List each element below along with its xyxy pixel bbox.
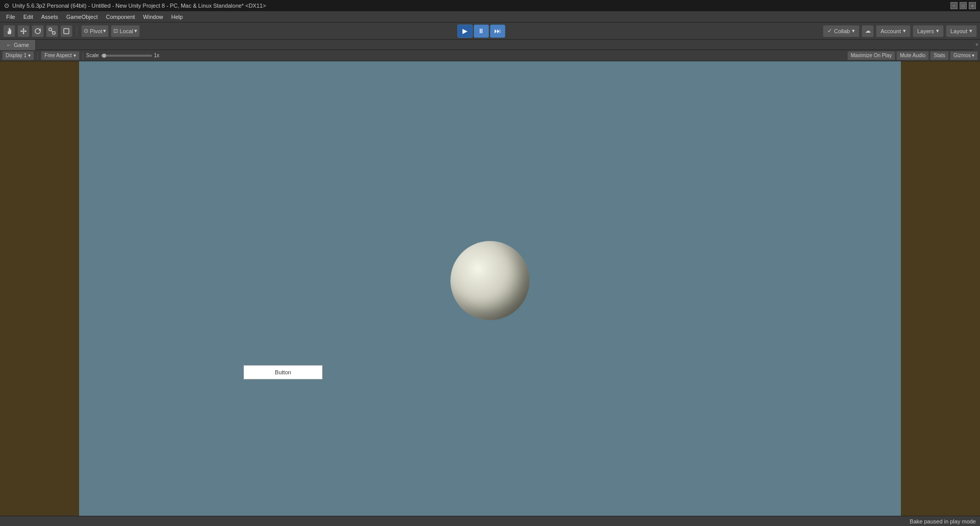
layout-dropdown-icon: ▾ <box>969 28 972 34</box>
toolbar-separator-1 <box>77 26 77 36</box>
svg-point-6 <box>35 29 40 34</box>
right-side-panel <box>901 61 980 516</box>
account-dropdown-icon: ▾ <box>903 28 906 34</box>
pivot-button[interactable]: ⊙ Pivot ▾ <box>81 25 109 37</box>
pivot-icon: ⊙ <box>84 28 88 34</box>
scale-label: Scale <box>86 53 99 58</box>
svg-rect-8 <box>53 32 55 34</box>
svg-rect-7 <box>49 28 52 31</box>
pause-button[interactable]: ⏸ <box>474 25 489 38</box>
rect-tool-button[interactable] <box>60 25 72 37</box>
display-dropdown[interactable]: Display 1 ▾ <box>2 51 34 60</box>
game-viewport: Button <box>0 61 980 516</box>
maximize-on-play-btn[interactable]: Maximize On Play <box>847 51 896 60</box>
panel-menu-icon[interactable]: ≡ <box>974 40 980 50</box>
local-button[interactable]: ⊡ Local ▾ <box>111 25 139 37</box>
unity-icon: ⊙ <box>4 2 9 9</box>
rotate-tool-button[interactable] <box>32 25 44 37</box>
move-tool-button[interactable] <box>17 25 30 37</box>
play-controls: ▶ ⏸ ⏭ <box>457 25 505 38</box>
minimize-button[interactable]: − <box>950 2 958 9</box>
game-ui-button[interactable]: Button <box>243 365 323 379</box>
menu-window[interactable]: Window <box>139 13 167 21</box>
toolbar: ⊙ Pivot ▾ ⊡ Local ▾ ▶ ⏸ ⏭ ✓ Collab ▾ ☁ <box>0 22 980 40</box>
sphere-container <box>451 241 530 320</box>
step-icon: ⏭ <box>494 27 501 35</box>
main-area: ← Game ≡ Display 1 ▾ Free Aspect ▾ Scale <box>0 40 980 516</box>
svg-marker-3 <box>22 33 24 34</box>
scale-tool-button[interactable] <box>46 25 58 37</box>
aspect-dropdown-icon: ▾ <box>74 53 76 58</box>
cloud-button[interactable]: ☁ <box>862 25 874 37</box>
gt-separator-2 <box>83 52 83 59</box>
menu-file[interactable]: File <box>2 13 19 21</box>
collab-check-icon: ✓ <box>827 28 832 34</box>
stats-btn[interactable]: Stats <box>930 51 949 60</box>
play-icon: ▶ <box>462 27 468 35</box>
svg-rect-10 <box>64 29 69 34</box>
menu-bar: File Edit Assets GameObject Component Wi… <box>0 11 980 22</box>
right-toolbar: ✓ Collab ▾ ☁ Account ▾ Layers ▾ Layout ▾ <box>823 25 977 37</box>
bake-status-text: Bake paused in play mode <box>910 518 976 524</box>
menu-edit[interactable]: Edit <box>19 13 37 21</box>
svg-line-9 <box>52 31 53 32</box>
play-button[interactable]: ▶ <box>457 25 473 38</box>
game-tab[interactable]: ← Game <box>0 40 36 50</box>
cloud-icon: ☁ <box>865 28 871 34</box>
scale-area: Scale 1x <box>86 53 160 58</box>
menu-gameobject[interactable]: GameObject <box>62 13 102 21</box>
gt-separator-1 <box>37 52 38 59</box>
window-controls: − □ × <box>950 2 976 9</box>
game-toolbar: Display 1 ▾ Free Aspect ▾ Scale 1x Maxim… <box>0 50 980 61</box>
game-tab-icon: ← <box>6 42 12 48</box>
account-button[interactable]: Account ▾ <box>876 25 911 37</box>
game-panel: ← Game ≡ Display 1 ▾ Free Aspect ▾ Scale <box>0 40 980 516</box>
close-button[interactable]: × <box>969 2 976 9</box>
left-side-panel <box>0 61 79 516</box>
title-bar: ⊙ Unity 5.6.3p2 Personal (64bit) - Untit… <box>0 0 980 11</box>
aspect-dropdown[interactable]: Free Aspect ▾ <box>41 51 79 60</box>
svg-marker-5 <box>25 30 27 32</box>
layout-button[interactable]: Layout ▾ <box>946 25 977 37</box>
scale-slider-thumb <box>102 54 106 58</box>
right-toolbar-btns: Maximize On Play Mute Audio Stats Gizmos… <box>847 51 978 60</box>
game-tab-label: Game <box>14 42 29 48</box>
status-bar: Bake paused in play mode <box>0 516 980 526</box>
menu-assets[interactable]: Assets <box>37 13 62 21</box>
title-text: Unity 5.6.3p2 Personal (64bit) - Untitle… <box>12 3 950 9</box>
gizmos-btn[interactable]: Gizmos ▾ <box>950 51 978 60</box>
scale-slider[interactable] <box>101 55 152 57</box>
collab-button[interactable]: ✓ Collab ▾ <box>823 25 860 37</box>
layers-button[interactable]: Layers ▾ <box>913 25 944 37</box>
local-icon: ⊡ <box>113 28 118 34</box>
svg-marker-2 <box>22 28 24 30</box>
mute-audio-btn[interactable]: Mute Audio <box>896 51 929 60</box>
menu-component[interactable]: Component <box>102 13 139 21</box>
3d-sphere <box>451 241 530 320</box>
hand-tool-button[interactable] <box>3 25 15 37</box>
collab-dropdown-icon: ▾ <box>852 28 855 34</box>
gizmos-dropdown-icon: ▾ <box>972 53 974 58</box>
display-dropdown-icon: ▾ <box>28 53 31 58</box>
panel-tabs: ← Game ≡ <box>0 40 980 50</box>
pause-icon: ⏸ <box>478 27 484 35</box>
svg-marker-4 <box>20 30 22 32</box>
scale-value: 1x <box>154 53 160 58</box>
menu-help[interactable]: Help <box>167 13 187 21</box>
maximize-button[interactable]: □ <box>960 2 967 9</box>
game-view[interactable]: Button <box>79 61 901 516</box>
step-button[interactable]: ⏭ <box>490 25 505 38</box>
layers-dropdown-icon: ▾ <box>936 28 939 34</box>
